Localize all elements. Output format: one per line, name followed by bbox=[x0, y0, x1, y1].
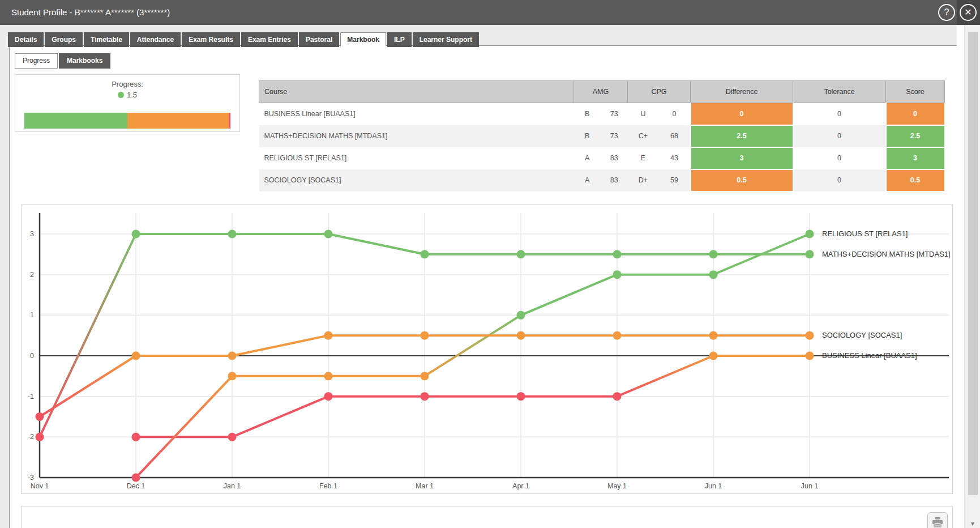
data-point[interactable] bbox=[421, 372, 429, 380]
grade-cell: A83 bbox=[574, 169, 628, 191]
data-point[interactable] bbox=[132, 229, 140, 238]
data-point[interactable] bbox=[324, 229, 333, 238]
series-segment bbox=[40, 356, 136, 417]
progress-bar-segment bbox=[24, 113, 127, 129]
table-cell: 0 bbox=[793, 169, 886, 191]
data-point[interactable] bbox=[36, 412, 44, 421]
data-point[interactable] bbox=[613, 331, 622, 340]
table-row[interactable]: RELIGIOUS ST [RELAS1]A83E43303 bbox=[259, 147, 945, 169]
series-label: RELIGIOUS ST [RELAS1] bbox=[822, 229, 908, 238]
tab-exam-entries[interactable]: Exam Entries bbox=[241, 32, 298, 47]
data-point[interactable] bbox=[421, 250, 429, 258]
grade-cell: B73 bbox=[574, 125, 628, 147]
tab-progress[interactable]: Progress bbox=[15, 53, 58, 69]
data-point[interactable] bbox=[324, 392, 333, 401]
data-point[interactable] bbox=[421, 392, 429, 401]
data-point[interactable] bbox=[613, 250, 622, 258]
y-tick-label: 0 bbox=[30, 352, 34, 360]
data-point[interactable] bbox=[709, 270, 718, 279]
y-tick-label: -1 bbox=[28, 393, 34, 401]
column-header-amg[interactable]: AMG bbox=[574, 81, 628, 103]
data-point[interactable] bbox=[517, 311, 525, 320]
data-point[interactable] bbox=[421, 331, 429, 340]
y-tick-label: 1 bbox=[30, 311, 34, 319]
data-point[interactable] bbox=[806, 352, 814, 360]
column-header-cpg[interactable]: CPG bbox=[628, 81, 691, 103]
data-point[interactable] bbox=[132, 474, 140, 482]
data-point[interactable] bbox=[228, 229, 237, 238]
table-cell: 0 bbox=[793, 125, 886, 147]
data-point[interactable] bbox=[613, 270, 622, 279]
vertical-scrollbar[interactable]: ▼ bbox=[965, 25, 980, 528]
data-point[interactable] bbox=[36, 433, 44, 441]
data-point[interactable] bbox=[517, 331, 525, 340]
tab-groups[interactable]: Groups bbox=[45, 32, 83, 47]
data-point[interactable] bbox=[228, 433, 237, 441]
x-tick-label: Jun 1 bbox=[705, 482, 722, 490]
grade-cell: E43 bbox=[628, 147, 691, 169]
table-cell: RELIGIOUS ST [RELAS1] bbox=[259, 147, 574, 169]
column-header-tolerance[interactable]: Tolerance bbox=[793, 81, 886, 103]
table-row[interactable]: MATHS+DECISION MATHS [MTDAS1]B73C+682.50… bbox=[259, 125, 945, 147]
x-tick-label: May 1 bbox=[607, 482, 627, 490]
table-cell: BUSINESS Linear [BUAAS1] bbox=[259, 103, 574, 125]
tab-attendance[interactable]: Attendance bbox=[130, 32, 181, 47]
tab-ilp[interactable]: ILP bbox=[387, 32, 412, 47]
table-row[interactable]: SOCIOLOGY [SOCAS1]A83D+590.500.5 bbox=[259, 169, 945, 191]
close-button[interactable]: ✕ bbox=[960, 4, 977, 21]
data-point[interactable] bbox=[806, 229, 814, 238]
y-tick-label: -2 bbox=[28, 433, 34, 441]
data-point[interactable] bbox=[324, 331, 333, 340]
window-title: Student Profile - B******* A******* (3**… bbox=[11, 0, 170, 25]
data-point[interactable] bbox=[517, 250, 525, 258]
tab-pastoral[interactable]: Pastoral bbox=[299, 32, 339, 47]
tab-exam-results[interactable]: Exam Results bbox=[182, 32, 240, 47]
tab-learner-support[interactable]: Learner Support bbox=[413, 32, 479, 47]
table-row[interactable]: BUSINESS Linear [BUAAS1]B73U0000 bbox=[259, 103, 945, 125]
grade-cell: B73 bbox=[574, 103, 628, 125]
data-point[interactable] bbox=[324, 372, 333, 380]
table-cell: 0 bbox=[793, 147, 886, 169]
score-cell: 3 bbox=[886, 147, 945, 169]
print-button[interactable] bbox=[927, 512, 948, 528]
score-cell: 3 bbox=[691, 147, 793, 169]
tab-markbooks[interactable]: Markbooks bbox=[59, 53, 110, 69]
progress-dot-icon bbox=[118, 92, 124, 98]
progress-bar bbox=[24, 113, 230, 129]
tab-details[interactable]: Details bbox=[8, 32, 44, 47]
data-point[interactable] bbox=[517, 392, 525, 401]
data-point[interactable] bbox=[228, 372, 237, 380]
grade-cell: C+68 bbox=[628, 125, 691, 147]
data-point[interactable] bbox=[709, 331, 718, 340]
series-segment bbox=[521, 275, 617, 316]
progress-chart[interactable]: 3210-1-2-3Nov 1Dec 1Jan 1Feb 1Mar 1Apr 1… bbox=[22, 205, 952, 493]
column-header-difference[interactable]: Difference bbox=[691, 81, 793, 103]
data-point[interactable] bbox=[709, 250, 718, 258]
sub-tab-bar: ProgressMarkbooks bbox=[15, 53, 112, 69]
data-point[interactable] bbox=[806, 250, 814, 258]
data-point[interactable] bbox=[709, 352, 718, 360]
title-bar: Student Profile - B******* A******* (3**… bbox=[0, 0, 980, 25]
help-button[interactable]: ? bbox=[938, 4, 955, 21]
tab-markbook[interactable]: Markbook bbox=[340, 32, 386, 46]
data-point[interactable] bbox=[806, 331, 814, 340]
data-point[interactable] bbox=[132, 352, 140, 360]
scrollbar-thumb[interactable] bbox=[968, 32, 978, 495]
x-tick-label: Mar 1 bbox=[416, 482, 434, 490]
table-cell: SOCIOLOGY [SOCAS1] bbox=[259, 169, 574, 191]
grade-cell: D+59 bbox=[628, 169, 691, 191]
score-cell: 2.5 bbox=[691, 125, 793, 147]
scrollbar-down-arrow[interactable]: ▼ bbox=[965, 521, 980, 527]
tab-content: ProgressMarkbooks Progress: 1.5 CourseAM… bbox=[9, 45, 957, 528]
data-point[interactable] bbox=[132, 433, 140, 441]
tab-timetable[interactable]: Timetable bbox=[84, 32, 129, 47]
data-point[interactable] bbox=[613, 392, 622, 401]
data-point[interactable] bbox=[228, 352, 237, 360]
score-cell: 0 bbox=[886, 103, 945, 125]
x-tick-label: Feb 1 bbox=[319, 482, 337, 490]
y-tick-label: -3 bbox=[28, 474, 34, 482]
series-segment bbox=[425, 315, 521, 376]
column-header-score[interactable]: Score bbox=[886, 81, 945, 103]
bottom-panel bbox=[21, 506, 953, 528]
column-header-course[interactable]: Course bbox=[259, 81, 574, 103]
